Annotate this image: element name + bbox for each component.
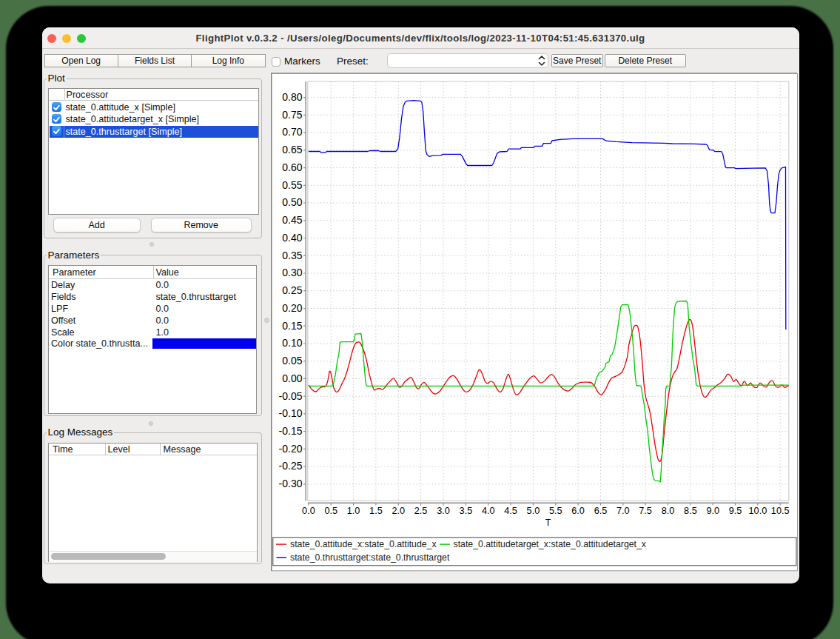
svg-text:0.0: 0.0 <box>302 505 315 515</box>
svg-text:10.0: 10.0 <box>748 505 767 515</box>
svg-text:-0.25: -0.25 <box>278 460 302 472</box>
svg-text:state_0.thrusttarget:state_0.t: state_0.thrusttarget:state_0.thrusttarge… <box>290 552 450 562</box>
svg-text:3.5: 3.5 <box>459 505 472 515</box>
svg-text:0.5: 0.5 <box>324 505 337 515</box>
svg-text:0.45: 0.45 <box>282 214 302 226</box>
svg-text:1.5: 1.5 <box>369 505 383 515</box>
svg-text:0.30: 0.30 <box>282 267 302 278</box>
svg-text:-0.10: -0.10 <box>278 407 302 419</box>
svg-text:8.0: 8.0 <box>661 505 674 515</box>
svg-text:7.0: 7.0 <box>616 505 629 515</box>
svg-text:0.60: 0.60 <box>282 161 302 173</box>
svg-text:0.15: 0.15 <box>282 319 302 331</box>
svg-text:0.20: 0.20 <box>282 301 302 313</box>
svg-text:9.5: 9.5 <box>728 505 742 515</box>
svg-text:6.0: 6.0 <box>571 505 585 515</box>
svg-text:-0.05: -0.05 <box>278 389 302 401</box>
svg-text:state_0.attitude_x:state_0.att: state_0.attitude_x:state_0.attitude_x <box>290 539 437 549</box>
svg-text:1.0: 1.0 <box>346 505 360 515</box>
svg-text:2.5: 2.5 <box>414 505 427 515</box>
svg-text:5.5: 5.5 <box>548 505 562 515</box>
svg-text:0.40: 0.40 <box>282 231 302 243</box>
svg-text:0.70: 0.70 <box>282 126 302 138</box>
svg-text:6.5: 6.5 <box>594 505 607 515</box>
svg-text:4.5: 4.5 <box>504 505 517 515</box>
svg-text:0.50: 0.50 <box>282 196 302 208</box>
svg-text:4.0: 4.0 <box>481 505 494 515</box>
svg-text:0.75: 0.75 <box>282 108 302 120</box>
svg-text:0.55: 0.55 <box>282 178 302 190</box>
svg-text:-0.15: -0.15 <box>278 425 302 437</box>
svg-text:state_0.attitudetarget_x:state: state_0.attitudetarget_x:state_0.attitud… <box>453 539 646 549</box>
svg-text:0.05: 0.05 <box>282 355 302 367</box>
svg-text:7.5: 7.5 <box>639 505 652 515</box>
svg-text:9.0: 9.0 <box>706 505 719 515</box>
svg-text:-0.30: -0.30 <box>278 478 302 489</box>
svg-text:0.35: 0.35 <box>282 249 302 261</box>
svg-text:3.0: 3.0 <box>437 505 450 515</box>
svg-text:8.5: 8.5 <box>684 505 697 515</box>
svg-text:0.65: 0.65 <box>282 144 302 155</box>
svg-text:-0.20: -0.20 <box>278 442 302 454</box>
svg-text:5.0: 5.0 <box>526 505 540 515</box>
svg-text:0.10: 0.10 <box>282 337 302 349</box>
svg-text:0.00: 0.00 <box>282 372 302 384</box>
svg-text:10.5: 10.5 <box>770 505 789 515</box>
svg-text:2.0: 2.0 <box>392 505 405 515</box>
svg-text:T: T <box>545 517 551 527</box>
svg-text:0.80: 0.80 <box>282 91 302 103</box>
svg-text:0.25: 0.25 <box>282 284 302 296</box>
